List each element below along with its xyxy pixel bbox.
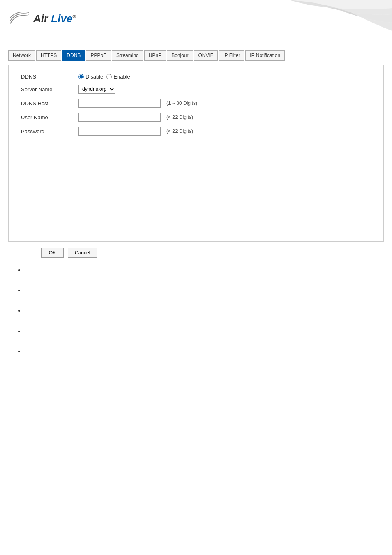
tab-ip-filter[interactable]: IP Filter	[219, 50, 244, 61]
tab-ip-notification[interactable]: IP Notification	[245, 50, 285, 61]
ddns-enable-text: Enable	[113, 74, 130, 80]
content-box: DDNS Disable Enable Server Name dyndns.o…	[8, 65, 384, 242]
password-hint: (< 22 Digits)	[166, 128, 193, 134]
server-name-label: Server Name	[21, 86, 74, 92]
bullet-item-4	[25, 327, 376, 335]
tab-ddns[interactable]: DDNS	[62, 50, 85, 61]
ddns-disable-radio-label[interactable]: Disable	[78, 74, 103, 80]
tab-https[interactable]: HTTPS	[36, 50, 61, 61]
ok-button[interactable]: OK	[41, 248, 64, 258]
logo-text: Air Live®	[33, 12, 76, 25]
password-label: Password	[21, 128, 74, 134]
header: Air Live®	[0, 0, 392, 45]
ddns-disable-radio[interactable]	[78, 74, 84, 79]
ddns-form: DDNS Disable Enable Server Name dyndns.o…	[21, 74, 247, 136]
ddns-host-label: DDNS Host	[21, 100, 74, 106]
cancel-button[interactable]: Cancel	[68, 248, 97, 258]
user-name-label: User Name	[21, 114, 74, 120]
server-name-select[interactable]: dyndns.org no-ip.com 3322.org	[78, 85, 115, 94]
password-control: (< 22 Digits)	[78, 127, 247, 136]
tab-upnp[interactable]: UPnP	[144, 50, 166, 61]
server-name-control: dyndns.org no-ip.com 3322.org	[78, 85, 247, 94]
tab-bonjour[interactable]: Bonjour	[167, 50, 193, 61]
bullet-item-3	[25, 307, 376, 315]
info-bullet-list	[8, 262, 384, 372]
bullet-item-2	[25, 287, 376, 295]
tab-streaming[interactable]: Streaming	[112, 50, 143, 61]
user-name-control: (< 22 Digits)	[78, 113, 247, 122]
content-wrapper: DDNS Disable Enable Server Name dyndns.o…	[0, 61, 392, 376]
ddns-radio-group: Disable Enable	[78, 74, 247, 80]
ddns-enable-radio-label[interactable]: Enable	[106, 74, 130, 80]
bullet-item-1	[25, 266, 376, 274]
ddns-disable-text: Disable	[85, 74, 103, 80]
ddns-host-control: (1 ~ 30 Digits)	[78, 99, 247, 108]
tab-onvif[interactable]: ONVIF	[194, 50, 218, 61]
user-name-hint: (< 22 Digits)	[166, 114, 193, 120]
password-input[interactable]	[78, 127, 161, 136]
user-name-input[interactable]	[78, 113, 161, 122]
form-buttons: OK Cancel	[8, 242, 384, 262]
tab-network[interactable]: Network	[8, 50, 35, 61]
nav-tabs: Network HTTPS DDNS PPPoE Streaming UPnP …	[0, 45, 392, 61]
bullet-item-5	[25, 347, 376, 356]
tab-pppoe[interactable]: PPPoE	[86, 50, 111, 61]
ddns-host-input[interactable]	[78, 99, 161, 108]
ddns-label: DDNS	[21, 74, 74, 80]
ddns-host-hint: (1 ~ 30 Digits)	[166, 100, 197, 106]
ddns-enable-radio[interactable]	[106, 74, 112, 79]
header-decoration-icon	[228, 0, 392, 45]
logo-waves-icon	[8, 9, 31, 28]
